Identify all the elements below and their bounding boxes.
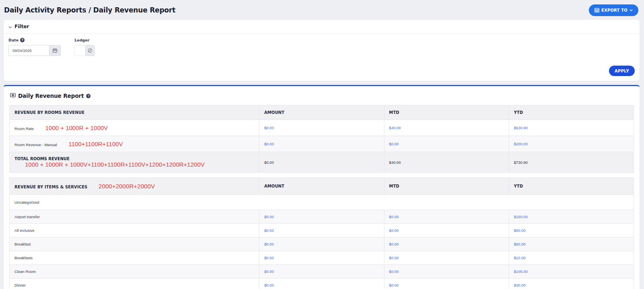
total-row-annotation: 1000 + 1000R + 1000V+1100+1100R+1100V+12… — [25, 161, 204, 168]
date-help-icon[interactable]: ? — [20, 38, 25, 42]
row-label: Clean Room — [14, 269, 36, 274]
total-ytd-value: $730.90 — [514, 160, 528, 165]
table-grid-icon — [594, 8, 599, 12]
filter-body: Date ? Ledg — [4, 34, 640, 60]
report-help-icon[interactable]: ? — [86, 94, 91, 98]
cash-register-icon — [10, 92, 16, 99]
report-header: Daily Revenue Report ? — [10, 92, 634, 99]
export-to-label: EXPORT TO — [601, 8, 627, 12]
ytd-link[interactable]: $10.00 — [514, 256, 526, 260]
export-to-button[interactable]: EXPORT TO — [589, 4, 638, 16]
ytd-link[interactable]: $105.00 — [514, 269, 528, 274]
mtd-link[interactable]: $0.00 — [389, 256, 399, 260]
amount-link[interactable]: $0.00 — [264, 215, 274, 219]
total-amount-value: $0.00 — [264, 160, 274, 165]
chevron-down-icon — [8, 23, 12, 30]
table-row-room-revenue-manual: Room Revenue - Manual 1100+1100R+1100V $… — [10, 136, 634, 152]
table-row-total-rooms-revenue: TOTAL ROOMS REVENUE 1000 + 1000R + 1000V… — [10, 152, 634, 173]
ledger-field-group: Ledger — [74, 38, 95, 56]
mtd-link[interactable]: $0.00 — [389, 215, 399, 219]
mtd-link[interactable]: $40.00 — [389, 126, 401, 130]
ledger-label: Ledger — [74, 38, 89, 42]
group-label: Uncategorized — [14, 200, 39, 204]
row-label: Airport transfer — [14, 215, 40, 219]
table-row-clean-room: Clean Room $0.00 $0.00 $105.00 — [10, 265, 634, 279]
row-label: Breakfast — [14, 242, 31, 246]
report-panel: Daily Revenue Report ? REVENUE BY ROOMS … — [3, 85, 640, 289]
row-label: Breakfasts — [14, 256, 33, 260]
total-row-label: TOTAL ROOMS REVENUE — [14, 157, 70, 161]
amount-link[interactable]: $0.00 — [264, 142, 274, 146]
items-table-title: REVENUE BY ITEMS & SERVICES — [14, 185, 87, 189]
column-header-ytd: YTD — [509, 178, 634, 195]
row-annotation: 1100+1100R+1100V — [68, 140, 123, 147]
table-row-room-rate: Room Rate 1000 + 1000R + 1000V $0.00 $40… — [10, 120, 634, 136]
ytd-link[interactable]: $60.00 — [514, 228, 526, 233]
amount-link[interactable]: $0.00 — [264, 242, 274, 246]
column-header-mtd: MTD — [384, 178, 509, 195]
calendar-button[interactable] — [49, 45, 61, 56]
apply-button[interactable]: APPLY — [609, 66, 635, 76]
filter-panel: Filter Date ? — [3, 19, 640, 81]
column-header-mtd: MTD — [384, 105, 509, 120]
ledger-input[interactable] — [74, 45, 85, 56]
rooms-table-title: REVENUE BY ROOMS REVENUE — [10, 105, 259, 120]
column-header-amount: AMOUNT — [259, 105, 384, 120]
column-header-amount: AMOUNT — [259, 178, 384, 195]
filter-title: Filter — [14, 24, 29, 29]
date-field-group: Date ? — [8, 38, 61, 56]
mtd-link[interactable]: $0.00 — [389, 269, 399, 274]
table-row-breakfasts: Breakfasts $0.00 $0.00 $10.00 — [10, 251, 634, 265]
rooms-revenue-table: REVENUE BY ROOMS REVENUE AMOUNT MTD YTD … — [9, 105, 634, 173]
chevron-down-icon — [630, 9, 633, 11]
row-label: Dinner — [14, 283, 26, 287]
mtd-link[interactable]: $0.00 — [389, 283, 399, 287]
column-header-ytd: YTD — [509, 105, 634, 120]
table-row-breakfast: Breakfast $0.00 $0.00 $50.00 — [10, 237, 634, 251]
amount-link[interactable]: $0.00 — [264, 228, 274, 233]
amount-link[interactable]: $0.00 — [264, 256, 274, 260]
items-table-annotation: 2000+2000R+2000V — [99, 183, 155, 190]
row-annotation: 1000 + 1000R + 1000V — [45, 124, 108, 131]
topbar: Daily Activity Reports / Daily Revenue R… — [3, 0, 640, 19]
date-label: Date — [8, 38, 19, 42]
mtd-link[interactable]: $0.00 — [389, 242, 399, 246]
ytd-link[interactable]: $150.00 — [514, 215, 528, 219]
breadcrumb: Daily Activity Reports / Daily Revenue R… — [4, 6, 175, 14]
items-table-header-row: REVENUE BY ITEMS & SERVICES 2000+2000R+2… — [10, 178, 634, 195]
ledger-clear-button[interactable] — [85, 45, 95, 56]
table-row-airport-transfer: Airport transfer $0.00 $0.00 $150.00 — [10, 210, 634, 224]
slash-circle-icon — [88, 47, 92, 54]
ytd-link[interactable]: $50.00 — [514, 242, 526, 246]
table-row-all-inclusive: All inclusive $0.00 $0.00 $60.00 — [10, 224, 634, 237]
page: Daily Activity Reports / Daily Revenue R… — [0, 0, 644, 289]
date-input[interactable] — [8, 45, 49, 56]
report-title: Daily Revenue Report — [18, 93, 84, 99]
row-label: All inclusive — [14, 228, 35, 233]
mtd-link[interactable]: $0.00 — [389, 228, 399, 233]
table-row-dinner: Dinner $0.00 $0.00 $30.00 — [10, 279, 634, 289]
amount-link[interactable]: $0.00 — [264, 283, 274, 287]
ytd-link[interactable]: $30.00 — [514, 283, 526, 287]
ytd-link[interactable]: $530.90 — [514, 126, 528, 130]
mtd-link[interactable]: $0.00 — [389, 142, 399, 146]
amount-link[interactable]: $0.00 — [264, 269, 274, 274]
row-label: Room Rate — [14, 126, 34, 131]
rooms-table-header-row: REVENUE BY ROOMS REVENUE AMOUNT MTD YTD — [10, 105, 634, 120]
items-services-table: REVENUE BY ITEMS & SERVICES 2000+2000R+2… — [9, 178, 634, 289]
ytd-link[interactable]: $200.00 — [514, 142, 528, 146]
row-label: Room Revenue - Manual — [14, 142, 57, 147]
group-row-uncategorized: Uncategorized — [10, 195, 634, 210]
filter-header-toggle[interactable]: Filter — [4, 20, 640, 34]
amount-link[interactable]: $0.00 — [264, 126, 274, 130]
total-mtd-value: $40.00 — [389, 160, 401, 165]
